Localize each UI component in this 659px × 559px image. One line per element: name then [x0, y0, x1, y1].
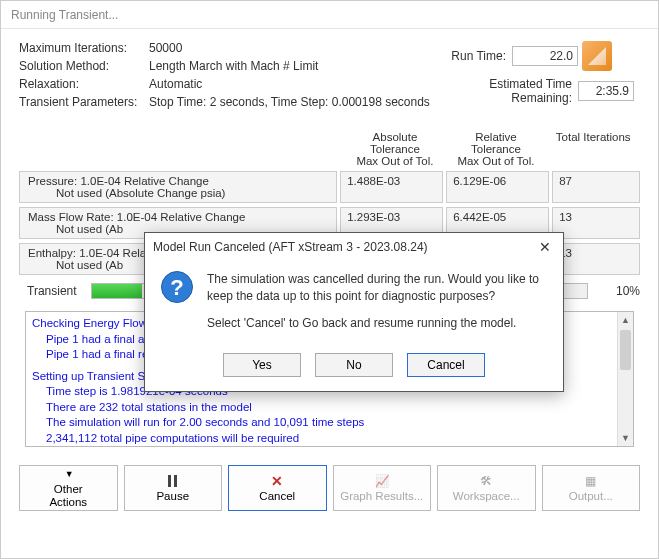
- dialog-text: The simulation was cancelled during the …: [207, 271, 547, 341]
- dialog-no-button[interactable]: No: [315, 353, 393, 377]
- question-icon: ?: [161, 271, 193, 303]
- dialog-yes-button[interactable]: Yes: [223, 353, 301, 377]
- dialog-cancel-button[interactable]: Cancel: [407, 353, 485, 377]
- dialog-title: Model Run Canceled (AFT xStream 3 - 2023…: [153, 240, 535, 254]
- model-run-canceled-dialog: Model Run Canceled (AFT xStream 3 - 2023…: [144, 232, 564, 392]
- dialog-close-button[interactable]: ✕: [535, 239, 555, 255]
